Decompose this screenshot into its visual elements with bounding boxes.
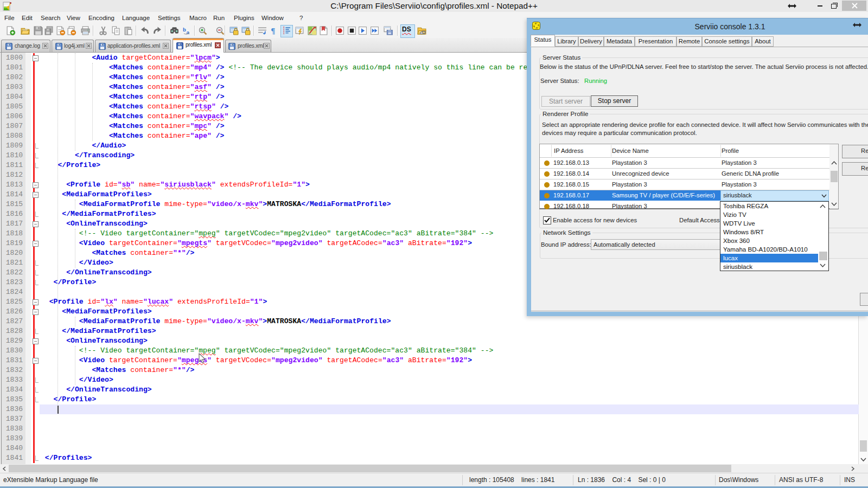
svg-text:¶: ¶ <box>271 27 275 35</box>
svg-text:b: b <box>183 27 186 33</box>
